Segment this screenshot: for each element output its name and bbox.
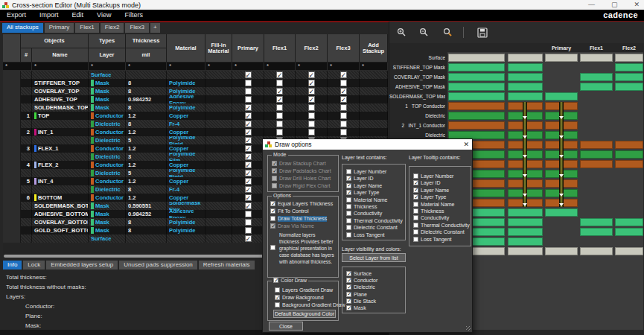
stackup-membership-cell[interactable]: [264, 95, 296, 103]
layer-tooltip-option-checkbox[interactable]: [413, 237, 418, 242]
filter-cell[interactable]: *: [232, 63, 264, 71]
stackup-membership-checkbox[interactable]: [245, 178, 252, 185]
close-button[interactable]: ✕: [634, 0, 640, 10]
thickness-cell[interactable]: 1.2: [126, 161, 167, 169]
stackup-membership-cell[interactable]: [232, 103, 264, 112]
maximize-button[interactable]: ▢: [611, 0, 618, 10]
layer-text-option-checkbox[interactable]: [346, 169, 351, 174]
layer-type-cell[interactable]: Mask: [89, 226, 126, 234]
thickness-cell[interactable]: 0.984252: [126, 95, 167, 103]
layer-tooltip-option-checkbox[interactable]: [413, 173, 418, 179]
layer-name-cell[interactable]: [32, 234, 89, 243]
layer-text-option-checkbox[interactable]: [346, 190, 351, 195]
thickness-cell[interactable]: 0.590551: [126, 202, 167, 210]
stackup-membership-cell[interactable]: [232, 120, 264, 128]
filter-cell[interactable]: *: [328, 63, 360, 71]
material-cell[interactable]: Polyimide: [167, 218, 205, 226]
stackup-membership-checkbox[interactable]: [276, 129, 283, 135]
add-stackup-tab-button[interactable]: +: [150, 23, 160, 33]
stackup-membership-checkbox[interactable]: [276, 104, 283, 111]
row-selector-cell[interactable]: [3, 226, 21, 234]
tab-flex1[interactable]: Flex1: [75, 23, 99, 33]
thickness-cell[interactable]: 1.2: [126, 194, 167, 202]
layer-name-cell[interactable]: COVERLAY_BOTTOM: [32, 218, 89, 226]
layer-name-cell[interactable]: [32, 185, 89, 194]
layer-tooltip-option-checkbox[interactable]: [413, 223, 418, 228]
fillin-material-cell[interactable]: [205, 234, 232, 243]
color-draw-option-checkbox[interactable]: [275, 302, 280, 307]
layer-number-cell[interactable]: [21, 210, 32, 218]
stackup-membership-checkbox[interactable]: [276, 88, 283, 95]
layer-name-cell[interactable]: SOLDERMASK_BOTTOM: [32, 202, 89, 210]
fillin-material-cell[interactable]: [205, 161, 232, 169]
add-stackup-cell[interactable]: [360, 71, 388, 79]
stackup-membership-cell[interactable]: [232, 210, 264, 218]
layer-type-cell[interactable]: Conductor: [89, 128, 126, 136]
tab-primary[interactable]: Primary: [45, 23, 74, 33]
fillin-material-cell[interactable]: [205, 185, 232, 194]
thickness-cell[interactable]: [126, 234, 167, 243]
layer-name-cell[interactable]: [32, 71, 89, 79]
material-cell[interactable]: Copper: [167, 194, 205, 202]
layer-number-cell[interactable]: [21, 79, 32, 87]
layer-text-option-checkbox[interactable]: [346, 204, 351, 209]
stackup-membership-checkbox[interactable]: [245, 80, 252, 86]
layer-name-cell[interactable]: [32, 169, 89, 177]
material-cell[interactable]: [167, 71, 205, 79]
layer-number-cell[interactable]: 2: [21, 128, 32, 136]
material-cell[interactable]: [167, 234, 205, 243]
add-stackup-cell[interactable]: [360, 128, 388, 136]
layer-name-cell[interactable]: BOTTOM: [32, 194, 89, 202]
fillin-material-cell[interactable]: [205, 71, 232, 79]
layer-number-cell[interactable]: 1: [21, 112, 32, 120]
fillin-material-cell[interactable]: [205, 112, 232, 120]
layer-type-cell[interactable]: Mask: [89, 210, 126, 218]
default-background-color-button[interactable]: Default Background Color: [273, 310, 336, 318]
stackup-membership-checkbox[interactable]: [276, 96, 283, 103]
layer-text-option-checkbox[interactable]: [346, 225, 351, 230]
thickness-cell[interactable]: 8: [126, 103, 167, 112]
stackup-membership-checkbox[interactable]: [245, 186, 252, 193]
add-stackup-cell[interactable]: [360, 79, 388, 87]
fillin-material-cell[interactable]: [205, 218, 232, 226]
dialog-close-icon[interactable]: ✕: [463, 140, 469, 149]
material-cell[interactable]: Polyimide: [167, 87, 205, 95]
row-selector-cell[interactable]: [3, 136, 21, 144]
layer-tooltip-option-checkbox[interactable]: [413, 180, 418, 185]
layer-number-cell[interactable]: [21, 202, 32, 210]
normalize-thickness-option[interactable]: [270, 245, 275, 250]
layer-visibility-option-checkbox[interactable]: [346, 292, 351, 297]
draw-option-checkbox[interactable]: [270, 201, 275, 206]
layer-type-cell[interactable]: Surface: [89, 71, 126, 79]
material-cell[interactable]: Copper: [167, 128, 205, 136]
draw-option-checkbox[interactable]: [270, 216, 275, 221]
material-cell[interactable]: Polyimide Rigid...: [167, 136, 205, 144]
stackup-membership-checkbox[interactable]: [340, 112, 347, 119]
filter-cell[interactable]: *: [296, 63, 328, 71]
stackup-membership-cell[interactable]: [232, 144, 264, 153]
material-cell[interactable]: Polyimide Rigid...: [167, 169, 205, 177]
layer-name-cell[interactable]: TOP: [32, 112, 89, 120]
zoom-window-icon[interactable]: [443, 28, 453, 37]
material-cell[interactable]: Fr-4: [167, 120, 205, 128]
row-selector-cell[interactable]: [3, 161, 21, 169]
layer-name-cell[interactable]: [32, 120, 89, 128]
fillin-material-cell[interactable]: [205, 87, 232, 95]
row-selector-cell[interactable]: [3, 218, 21, 226]
fillin-material-cell[interactable]: [205, 144, 232, 153]
close-dialog-button[interactable]: Close: [269, 322, 303, 331]
stackup-membership-checkbox[interactable]: [245, 71, 252, 78]
stackup-membership-cell[interactable]: [328, 112, 360, 120]
material-cell[interactable]: Copper: [167, 161, 205, 169]
layer-text-option-checkbox[interactable]: [346, 183, 351, 188]
thickness-cell[interactable]: 3: [126, 153, 167, 161]
stackup-membership-checkbox[interactable]: [308, 80, 315, 86]
thickness-cell[interactable]: 1.2: [126, 177, 167, 185]
layer-type-cell[interactable]: Mask: [89, 202, 126, 210]
stackup-membership-checkbox[interactable]: [308, 129, 315, 135]
stackup-membership-checkbox[interactable]: [308, 71, 315, 78]
layer-type-cell[interactable]: Dielectric: [89, 120, 126, 128]
stackup-membership-checkbox[interactable]: [276, 71, 283, 78]
stackup-membership-cell[interactable]: [328, 71, 360, 79]
material-cell[interactable]: Polyimide: [167, 79, 205, 87]
